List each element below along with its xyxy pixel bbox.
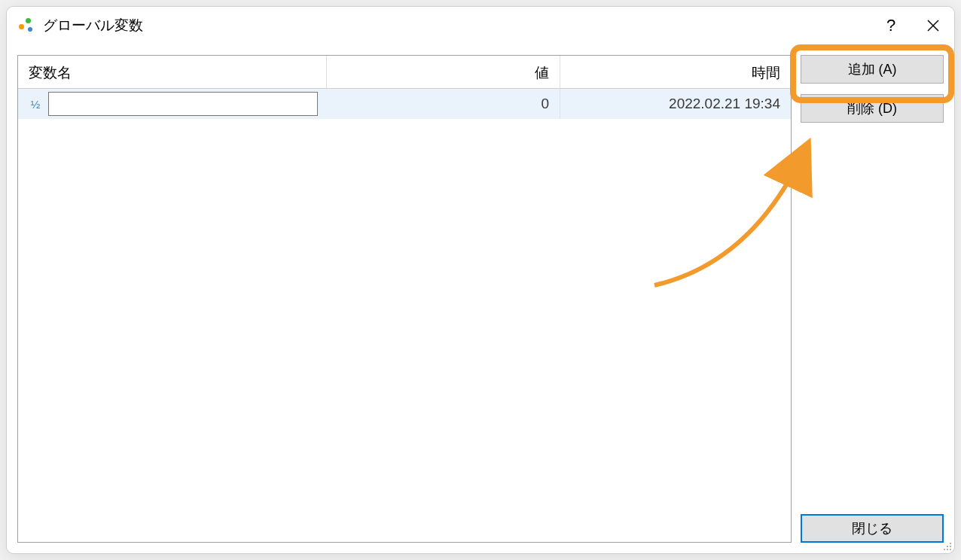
cell-name: ½	[18, 89, 327, 119]
titlebar: グローバル変数 ?	[7, 7, 954, 44]
fraction-icon: ½	[27, 98, 44, 111]
dialog-window: グローバル変数 ? 変数名 値 時間 ½ 0	[6, 6, 955, 554]
side-panel: 追加 (A) 削除 (D)	[801, 55, 944, 543]
titlebar-buttons: ?	[870, 7, 954, 44]
column-header-name[interactable]: 変数名	[18, 56, 327, 88]
app-icon	[19, 18, 34, 33]
close-button[interactable]: 閉じる	[801, 514, 944, 543]
variables-table: 変数名 値 時間 ½ 0 2022.02.21 19:34	[17, 55, 792, 543]
delete-button[interactable]: 削除 (D)	[801, 94, 944, 123]
svg-point-3	[950, 543, 951, 544]
cell-time: 2022.02.21 19:34	[560, 89, 791, 119]
resize-grip-icon[interactable]	[941, 540, 953, 552]
close-window-button[interactable]	[912, 7, 954, 44]
svg-point-8	[950, 549, 951, 550]
table-row[interactable]: ½ 0 2022.02.21 19:34	[18, 89, 791, 119]
footer: 閉じる	[801, 514, 944, 543]
svg-point-7	[947, 549, 948, 550]
window-title: グローバル変数	[43, 16, 870, 35]
column-header-time[interactable]: 時間	[560, 56, 791, 88]
svg-point-5	[950, 546, 951, 547]
variable-name-input[interactable]	[48, 92, 318, 116]
svg-point-4	[947, 546, 948, 547]
svg-point-6	[944, 549, 945, 550]
cell-value[interactable]: 0	[327, 89, 560, 119]
table-header: 変数名 値 時間	[18, 56, 791, 89]
column-header-value[interactable]: 値	[327, 56, 560, 88]
help-button[interactable]: ?	[870, 7, 912, 44]
add-button[interactable]: 追加 (A)	[801, 55, 944, 84]
dialog-body: 変数名 値 時間 ½ 0 2022.02.21 19:34 追加 (A) 削除 …	[7, 44, 954, 553]
close-icon	[927, 20, 939, 32]
